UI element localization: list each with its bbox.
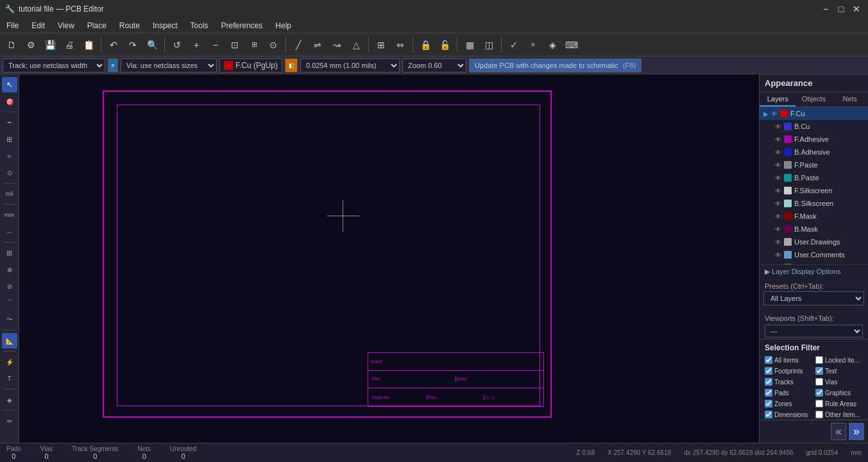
layer-item-bsilk[interactable]: 👁 B.Silkscreen xyxy=(760,197,868,210)
redo-button[interactable]: ↷ xyxy=(124,36,142,54)
maximize-button[interactable]: □ xyxy=(835,3,847,15)
route-diff-tool[interactable]: ⊞ xyxy=(2,132,17,147)
board-setup-button[interactable]: ⚙ xyxy=(22,36,40,54)
sel-all-items-checkbox[interactable] xyxy=(765,356,772,364)
layer-item-userdrawings[interactable]: 👁 User.Drawings xyxy=(760,235,868,248)
add-via-tool[interactable]: ⊙ xyxy=(2,165,17,180)
layer-item-fmask[interactable]: 👁 F.Mask xyxy=(760,210,868,223)
clear-zones-button[interactable]: ◫ xyxy=(480,36,498,54)
zoom-fit-button[interactable]: ⊡ xyxy=(226,36,244,54)
menu-view[interactable]: View xyxy=(51,20,81,31)
layer-selector[interactable]: F.Cu (PgUp) xyxy=(219,58,282,73)
save-button[interactable]: 💾 xyxy=(41,36,59,54)
add-footprint-tool[interactable]: ⊞ xyxy=(2,245,17,261)
selection-tool[interactable]: ↖ xyxy=(2,77,17,92)
layer-item-bcu[interactable]: 👁 B.Cu xyxy=(760,120,868,133)
viewports-select[interactable]: --- xyxy=(765,325,863,338)
layer-display-options[interactable]: ▶ Layer Display Options xyxy=(760,264,868,278)
layer-eye-usercomments[interactable]: 👁 xyxy=(775,252,781,259)
grid-size-select[interactable]: 0.0254 mm (1.00 mils) xyxy=(300,58,400,73)
menu-preferences[interactable]: Preferences xyxy=(215,20,269,31)
sel-locked-items-checkbox[interactable] xyxy=(815,356,823,364)
layer-item-fadhesive[interactable]: 👁 F.Adhesive xyxy=(760,133,868,146)
plot-button[interactable]: 📋 xyxy=(80,36,98,54)
interactive-router-toggle[interactable]: ≡ xyxy=(108,58,118,73)
nav-prev-button[interactable]: « xyxy=(831,423,846,440)
presets-select[interactable]: All Layers Front Layers Back Layers Inne… xyxy=(763,291,864,305)
layer-eye-fadhesive[interactable]: 👁 xyxy=(775,136,781,143)
menu-route[interactable]: Route xyxy=(113,20,146,31)
drc-tool[interactable]: ⚡ xyxy=(2,354,17,370)
menu-place[interactable]: Place xyxy=(81,20,113,31)
sel-text-checkbox[interactable] xyxy=(815,367,823,375)
sel-rule-areas-checkbox[interactable] xyxy=(815,400,823,407)
fill-zones-button[interactable]: ▦ xyxy=(461,36,479,54)
layer-eye-bsilk[interactable]: 👁 xyxy=(775,200,781,207)
sel-graphics-checkbox[interactable] xyxy=(815,389,823,397)
route-single-button[interactable]: ╱ xyxy=(289,36,307,54)
add-zone-tool[interactable]: ⊕ xyxy=(2,262,17,277)
pad-array-button[interactable]: ⊞ xyxy=(372,36,390,54)
layer-item-fcu[interactable]: ▶ 👁 F.Cu xyxy=(760,107,868,120)
3d-tool[interactable]: ◈ xyxy=(2,392,17,407)
menu-edit[interactable]: Edit xyxy=(25,20,51,31)
pcb-canvas[interactable]: Sheet: Title: Date: Sheet A4 Rev: 1 / 1 xyxy=(19,74,759,443)
zoom-in-button[interactable]: + xyxy=(187,36,205,54)
zoom-select[interactable]: Zoom 0.60 xyxy=(402,58,466,73)
unlock-button[interactable]: 🔓 xyxy=(436,36,454,54)
route-track-tool[interactable]: ━ xyxy=(2,115,17,130)
sel-dimensions-checkbox[interactable] xyxy=(765,411,772,418)
run-drc-button[interactable]: ✓ xyxy=(505,36,523,54)
layer-eye-bpaste[interactable]: 👁 xyxy=(775,175,781,182)
layer-item-fsilk[interactable]: 👁 F.Silkscreen xyxy=(760,184,868,197)
draw-line-tool[interactable]: ↔ xyxy=(2,224,17,239)
minimize-button[interactable]: − xyxy=(819,3,832,15)
refresh-button[interactable]: ↺ xyxy=(168,36,186,54)
tab-nets[interactable]: Nets xyxy=(832,92,868,107)
sel-vias-checkbox[interactable] xyxy=(815,378,823,386)
menu-tools[interactable]: Tools xyxy=(184,20,215,31)
layer-eye-fsilk[interactable]: 👁 xyxy=(775,187,781,194)
route-diff-button[interactable]: ⇌ xyxy=(309,36,327,54)
sel-footprints-checkbox[interactable] xyxy=(765,367,772,375)
track-width-select[interactable]: Track: use netclass width xyxy=(3,58,105,73)
mirror-button[interactable]: ⇔ xyxy=(391,36,409,54)
add-keepout-tool[interactable]: ⊘ xyxy=(2,278,17,294)
add-text-tool[interactable]: mm xyxy=(2,207,17,223)
sel-pads-checkbox[interactable] xyxy=(765,389,772,397)
tab-objects[interactable]: Objects xyxy=(796,92,831,107)
scripting-tool[interactable]: T xyxy=(2,371,17,386)
layer-item-badhesive[interactable]: 👁 B.Adhesive xyxy=(760,146,868,158)
new-button[interactable]: 🗋 xyxy=(3,36,21,54)
layer-eye-bcu[interactable]: 👁 xyxy=(775,123,781,130)
sel-other-checkbox[interactable] xyxy=(815,411,823,418)
netlist-button[interactable]: ≡ xyxy=(524,36,542,54)
update-pcb-button[interactable]: Update PCB with changes made to schemati… xyxy=(469,58,642,73)
zoom-selection-button[interactable]: ⊞ xyxy=(245,36,263,54)
menu-file[interactable]: File xyxy=(0,20,25,31)
zoom-center-button[interactable]: ⊙ xyxy=(264,36,282,54)
zoom-out-button[interactable]: − xyxy=(207,36,225,54)
layer-eye-fpaste[interactable]: 👁 xyxy=(775,162,781,169)
pencil-tool[interactable]: ✏ xyxy=(2,413,17,429)
find-button[interactable]: 🔍 xyxy=(143,36,161,54)
highlight-net-tool[interactable]: 🎯 xyxy=(2,94,17,109)
layer-eye-bmask[interactable]: 👁 xyxy=(775,226,781,233)
3d-view-button[interactable]: ◈ xyxy=(543,36,561,54)
route-tune-tool[interactable]: ≈ xyxy=(2,148,17,164)
lock-button[interactable]: 🔒 xyxy=(416,36,434,54)
layer-eye-badhesive[interactable]: 👁 xyxy=(775,149,781,156)
scripting-button[interactable]: ⌨ xyxy=(563,36,581,54)
tab-layers[interactable]: Layers xyxy=(760,92,796,107)
close-button[interactable]: ✕ xyxy=(850,3,863,15)
layer-eye-userdrawings[interactable]: 👁 xyxy=(775,239,781,246)
layer-eye-fmask[interactable]: 👁 xyxy=(775,213,781,220)
layer-item-bmask[interactable]: 👁 B.Mask xyxy=(760,223,868,235)
print-button[interactable]: 🖨 xyxy=(60,36,78,54)
measure-tool[interactable]: mil xyxy=(2,186,17,201)
pcb-tool[interactable]: 📐 xyxy=(2,333,17,348)
sel-tracks-checkbox[interactable] xyxy=(765,378,772,386)
interactive-router-button[interactable]: △ xyxy=(347,36,365,54)
draw-arc-tool[interactable]: ⌒ xyxy=(2,295,17,311)
route-tune-button[interactable]: ↝ xyxy=(328,36,346,54)
